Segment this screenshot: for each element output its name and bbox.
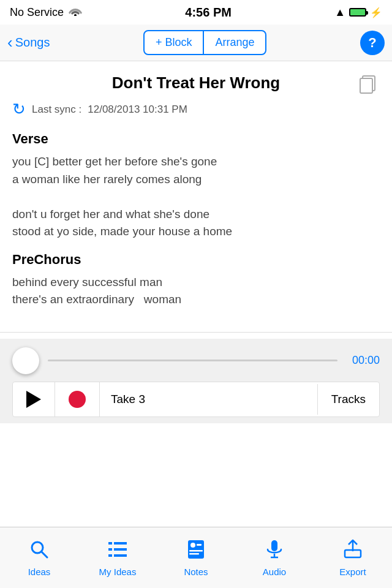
battery-icon — [349, 8, 366, 17]
svg-rect-8 — [114, 548, 127, 551]
svg-rect-14 — [189, 550, 203, 552]
copy-icon[interactable] — [358, 74, 380, 98]
lyrics-prechorus: behind every successful man there's an e… — [12, 274, 380, 309]
tab-my-ideas-label: My Ideas — [99, 567, 137, 577]
section-prechorus: PreChorus behind every successful man th… — [12, 252, 380, 309]
svg-rect-11 — [188, 540, 204, 559]
svg-point-0 — [74, 14, 77, 16]
svg-rect-15 — [189, 553, 199, 555]
svg-rect-7 — [108, 548, 112, 551]
notes-icon — [186, 539, 206, 563]
content-area: Don't Treat Her Wrong ↻ Last sync : 12/0… — [0, 61, 392, 326]
playback-area: 00:00 Take 3 Tracks — [0, 339, 392, 423]
tab-my-ideas[interactable]: My Ideas — [78, 527, 157, 588]
section-heading-verse: Verse — [12, 131, 380, 147]
block-button[interactable]: + Block — [143, 30, 204, 55]
sync-icon: ↻ — [12, 100, 26, 119]
tracks-button[interactable]: Tracks — [318, 384, 379, 415]
status-time: 4:56 PM — [185, 6, 232, 20]
mic-icon — [264, 539, 285, 563]
sync-row: ↻ Last sync : 12/08/2013 10:31 PM — [12, 100, 380, 119]
record-icon — [69, 391, 86, 408]
export-icon — [342, 539, 363, 563]
section-heading-prechorus: PreChorus — [12, 252, 380, 268]
svg-point-12 — [190, 543, 195, 548]
tab-ideas[interactable]: Ideas — [0, 527, 78, 588]
nav-bar: ‹ Songs + Block Arrange ? — [0, 24, 392, 61]
lyrics-verse: you [C] better get her before she's gone… — [12, 153, 380, 241]
tab-audio[interactable]: Audio — [235, 527, 314, 588]
help-button[interactable]: ? — [360, 31, 385, 55]
lightning-icon: ⚡ — [370, 7, 382, 18]
list-icon — [107, 539, 128, 563]
tab-notes-label: Notes — [184, 567, 208, 577]
svg-rect-9 — [108, 554, 112, 557]
controls-row: Take 3 Tracks — [12, 382, 380, 417]
progress-time: 00:00 — [346, 354, 380, 367]
tab-notes[interactable]: Notes — [157, 527, 235, 588]
tab-audio-label: Audio — [263, 567, 286, 577]
tab-export[interactable]: Export — [314, 527, 392, 588]
svg-line-4 — [42, 552, 47, 557]
play-button[interactable] — [13, 382, 55, 417]
chevron-left-icon: ‹ — [7, 34, 13, 50]
sync-date: 12/08/2013 10:31 PM — [88, 104, 187, 116]
arrange-button[interactable]: Arrange — [203, 30, 266, 55]
back-button[interactable]: ‹ Songs — [7, 36, 50, 50]
wifi-icon — [69, 6, 82, 19]
svg-rect-2 — [360, 78, 372, 93]
tab-ideas-label: Ideas — [28, 567, 51, 577]
section-verse: Verse you [C] better get her before she'… — [12, 131, 380, 241]
progress-row: 00:00 — [12, 347, 380, 374]
search-icon — [29, 539, 50, 563]
nav-center-buttons: + Block Arrange — [56, 30, 354, 55]
song-title: Don't Treat Her Wrong — [12, 74, 380, 92]
status-left: No Service — [10, 6, 82, 19]
record-button[interactable] — [55, 382, 100, 417]
tab-export-label: Export — [339, 567, 366, 577]
svg-rect-16 — [271, 540, 277, 551]
progress-thumb[interactable] — [12, 347, 39, 374]
take-label: Take 3 — [100, 384, 318, 415]
progress-track[interactable] — [48, 360, 337, 361]
back-label: Songs — [15, 36, 50, 50]
content-divider — [0, 332, 392, 333]
svg-rect-5 — [108, 542, 112, 545]
tab-bar: Ideas My Ideas Notes — [0, 527, 392, 588]
status-bar: No Service 4:56 PM ▲ ⚡ — [0, 0, 392, 24]
status-right: ▲ ⚡ — [334, 6, 382, 19]
svg-rect-6 — [114, 542, 127, 545]
svg-rect-10 — [114, 554, 127, 557]
play-icon — [26, 391, 41, 408]
svg-rect-13 — [197, 544, 202, 546]
location-icon: ▲ — [334, 6, 345, 19]
sync-label: Last sync : — [32, 104, 81, 116]
carrier-text: No Service — [10, 6, 64, 19]
